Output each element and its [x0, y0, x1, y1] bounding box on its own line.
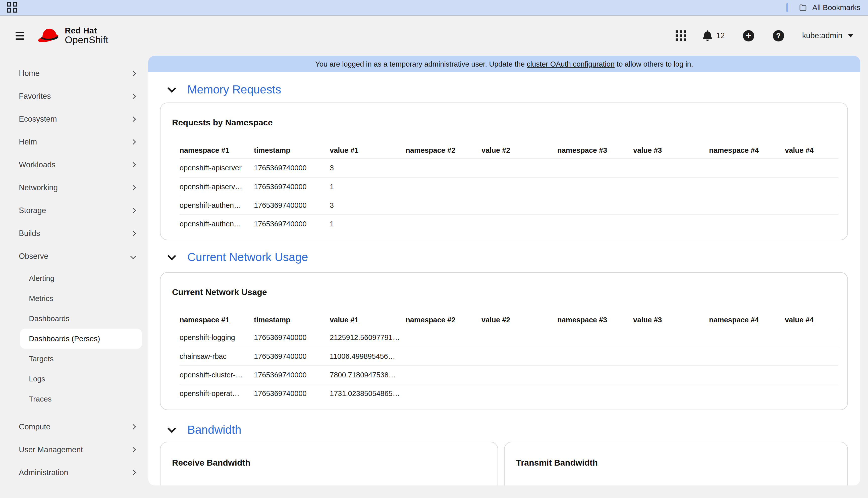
sidebar-item-home[interactable]: Home [0, 62, 148, 85]
table-row: openshift-apiserver 1765369740000 3 [179, 159, 838, 177]
table-header: namespace #1 timestamp value #1 namespac… [179, 316, 838, 328]
bell-icon [703, 30, 712, 41]
brand-text: Red Hat OpenShift [65, 26, 108, 45]
chevron-down-icon[interactable] [168, 84, 176, 93]
section-memory-requests[interactable]: Memory Requests [148, 81, 860, 97]
table-row: openshift-authen… 1765369740000 1 [179, 214, 838, 233]
card-title: Receive Bandwidth [172, 458, 497, 468]
chevron-right-icon [130, 231, 136, 236]
cluster-oauth-configuration-link[interactable]: cluster OAuth configuration [527, 60, 615, 68]
browser-bookmarks-bar: All Bookmarks [0, 0, 868, 16]
notification-count: 12 [716, 31, 725, 40]
observe-submenu: Alerting Metrics Dashboards Dashboards (… [0, 268, 148, 409]
masthead-toolbar: 12 + ? kube:admin [676, 30, 868, 41]
chevron-down-icon[interactable] [168, 252, 176, 260]
app-launcher-icon[interactable] [676, 30, 686, 41]
sidebar-item-favorites[interactable]: Favorites [0, 85, 148, 107]
sidebar-item-targets[interactable]: Targets [0, 349, 148, 369]
table-row: openshift-operat… 1765369740000 1731.023… [179, 384, 838, 403]
nav-toggle-button[interactable] [16, 32, 24, 40]
all-bookmarks-button[interactable]: All Bookmarks [786, 3, 868, 12]
chevron-right-icon [130, 116, 136, 122]
section-title: Current Network Usage [187, 250, 308, 264]
sidebar-item-metrics[interactable]: Metrics [0, 288, 148, 309]
sidebar-item-compute[interactable]: Compute [0, 415, 148, 438]
temp-admin-banner: You are logged in as a temporary adminis… [148, 56, 860, 73]
sidebar-item-observe[interactable]: Observe [0, 245, 148, 267]
chevron-right-icon [130, 139, 136, 145]
requests-by-namespace-card: Requests by Namespace namespace #1 times… [160, 103, 848, 240]
section-current-network-usage[interactable]: Current Network Usage [148, 249, 860, 265]
current-network-usage-card: Current Network Usage namespace #1 times… [160, 272, 848, 410]
user-menu-label: kube:admin [802, 31, 842, 40]
chevron-right-icon [130, 70, 136, 76]
sidebar-item-user-management[interactable]: User Management [0, 438, 148, 461]
all-bookmarks-label: All Bookmarks [812, 3, 860, 12]
card-title: Current Network Usage [172, 287, 847, 297]
sidebar-nav: Home Favorites Ecosystem Helm Workloads … [0, 56, 148, 498]
sidebar-item-ecosystem[interactable]: Ecosystem [0, 107, 148, 130]
add-button[interactable]: + [743, 30, 754, 41]
sidebar-item-networking[interactable]: Networking [0, 176, 148, 199]
table-row: openshift-logging 1765369740000 2125912.… [179, 328, 838, 347]
chevron-right-icon [130, 424, 136, 430]
masthead: Red Hat OpenShift 12 + ? kube:admin [0, 16, 868, 56]
card-title: Transmit Bandwidth [516, 458, 847, 468]
caret-down-icon [848, 34, 853, 37]
sidebar-item-dashboards-perses[interactable]: Dashboards (Perses) [20, 329, 142, 349]
bookmarks-grid-icon[interactable] [7, 2, 17, 13]
help-button[interactable]: ? [773, 30, 784, 41]
table-row: openshift-apiserv… 1765369740000 1 [179, 177, 838, 196]
notifications-button[interactable]: 12 [703, 30, 725, 41]
receive-bandwidth-card: Receive Bandwidth [160, 442, 498, 485]
table-row: openshift-cluster-… 1765369740000 7800.7… [179, 365, 838, 384]
table-header: namespace #1 timestamp value #1 namespac… [179, 146, 838, 159]
sidebar-item-administration[interactable]: Administration [0, 461, 148, 484]
sidebar-item-logs[interactable]: Logs [0, 369, 148, 389]
bandwidth-cards-row: Receive Bandwidth Transmit Bandwidth [160, 442, 848, 485]
chevron-right-icon [130, 93, 136, 99]
chevron-right-icon [130, 162, 136, 168]
sidebar-item-dashboards[interactable]: Dashboards [0, 309, 148, 329]
chevron-right-icon [130, 208, 136, 213]
main-content: You are logged in as a temporary adminis… [148, 56, 860, 485]
sidebar-item-builds[interactable]: Builds [0, 222, 148, 245]
sidebar-item-helm[interactable]: Helm [0, 130, 148, 153]
chevron-right-icon [130, 470, 136, 475]
redhat-openshift-logo[interactable]: Red Hat OpenShift [37, 26, 108, 45]
sidebar-item-workloads[interactable]: Workloads [0, 153, 148, 176]
redhat-fedora-icon [37, 27, 62, 45]
sidebar-bottom-group: Compute User Management Administration [0, 415, 148, 484]
brand-top: Red Hat [65, 26, 108, 35]
bookmarks-divider [786, 3, 788, 12]
section-title: Bandwidth [187, 423, 241, 436]
section-title: Memory Requests [187, 83, 281, 96]
sidebar-item-alerting[interactable]: Alerting [0, 268, 148, 288]
sidebar-item-traces[interactable]: Traces [0, 389, 148, 409]
transmit-bandwidth-card: Transmit Bandwidth [504, 442, 848, 485]
section-bandwidth[interactable]: Bandwidth [148, 422, 860, 438]
folder-icon [798, 3, 808, 12]
chevron-right-icon [130, 185, 136, 191]
card-title: Requests by Namespace [172, 118, 847, 127]
user-menu[interactable]: kube:admin [802, 31, 853, 40]
chevron-right-icon [130, 447, 136, 453]
sidebar-item-storage[interactable]: Storage [0, 199, 148, 222]
chevron-down-icon[interactable] [168, 424, 176, 433]
chevron-down-icon [130, 253, 136, 259]
table-row: chainsaw-rbac 1765369740000 11006.499895… [179, 347, 838, 365]
table-row: openshift-authen… 1765369740000 3 [179, 196, 838, 214]
brand-bottom: OpenShift [65, 35, 108, 45]
